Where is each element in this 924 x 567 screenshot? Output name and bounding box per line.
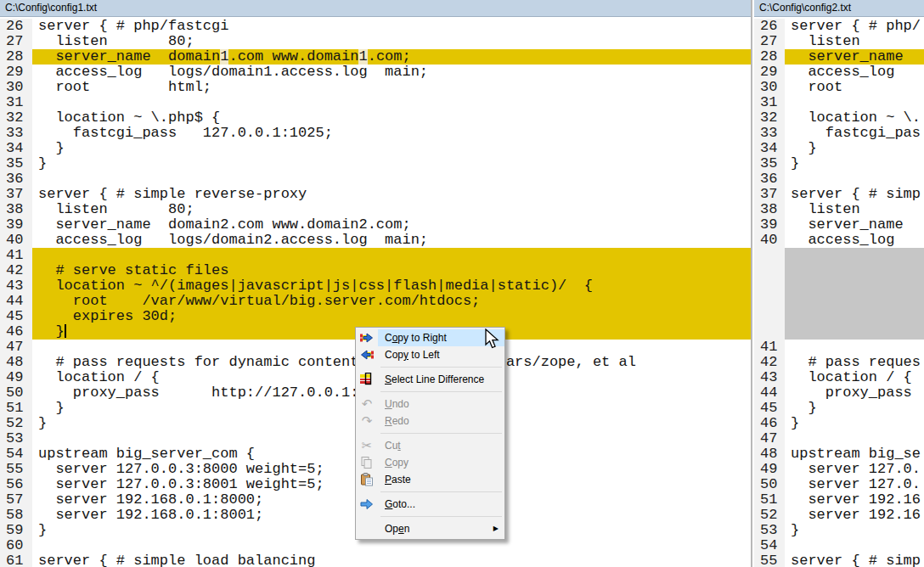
code-line[interactable]: 43 location ~ ^/(images|javascript|js|cs… [0, 278, 751, 294]
code-line[interactable]: 44 proxy_pass [754, 385, 924, 401]
code-text: listen [785, 34, 924, 49]
line-number: 36 [754, 171, 785, 187]
code-text: location ~ ^/(images|javascript|js|css|f… [32, 278, 751, 294]
code-text: listen [785, 202, 924, 217]
code-line[interactable]: 27 listen 80; [0, 34, 751, 49]
code-line[interactable]: 37server { # simple reverse-proxy [0, 187, 751, 202]
code-line[interactable]: 41 [0, 248, 751, 263]
line-number: 35 [0, 156, 32, 171]
code-text: location / { [785, 370, 924, 385]
line-number: 40 [754, 233, 785, 248]
code-line[interactable]: 60 [0, 538, 751, 553]
code-line[interactable]: 49 server 127.0. [754, 462, 924, 477]
menu-item-goto[interactable]: Goto... [356, 496, 504, 513]
line-number: 54 [754, 538, 785, 553]
code-line[interactable]: 30 root [754, 80, 924, 95]
code-text: access_log logs/domain1.access.log main; [32, 65, 751, 80]
line-number: 34 [754, 141, 785, 156]
code-line[interactable]: 29 access_log [754, 65, 924, 80]
code-line[interactable]: 36 [754, 171, 924, 187]
code-line[interactable]: 42 # serve static files [0, 263, 751, 278]
menu-item-paste[interactable]: Paste [356, 471, 504, 488]
code-line[interactable]: 53} [754, 523, 924, 538]
code-text: fastcgi_pass 127.0.0.1:1025; [32, 126, 751, 141]
menu-item-label: Redo [378, 413, 504, 429]
code-text: server 127.0. [785, 462, 924, 477]
code-line[interactable]: 26server { # php/fastcgi [0, 19, 751, 34]
line-number: 26 [754, 19, 785, 34]
code-line[interactable]: 37server { # simp [754, 187, 924, 202]
code-line[interactable]: 35} [754, 156, 924, 171]
code-line[interactable]: 39 server_name domain2.com www.domain2.c… [0, 217, 751, 233]
undo-glyph: ↶ [362, 397, 373, 411]
code-line[interactable]: 35} [0, 156, 751, 171]
menu-item-select-line-difference[interactable]: Select Line Difference [356, 371, 504, 388]
line-number: 44 [0, 294, 32, 309]
code-line[interactable]: 52 server 192.16 [754, 508, 924, 523]
code-line[interactable]: 42 # pass reques [754, 355, 924, 370]
code-line[interactable]: 46} [754, 416, 924, 431]
code-line[interactable]: 34 } [0, 141, 751, 156]
code-line[interactable]: 33 fastcgi_pass 127.0.0.1:1025; [0, 126, 751, 141]
menu-item-open[interactable]: Open▶ [356, 520, 504, 537]
code-line[interactable]: 27 listen [754, 34, 924, 49]
menu-separator [380, 391, 502, 392]
code-line[interactable]: 51 server 192.16 [754, 492, 924, 508]
code-line[interactable]: 38 listen 80; [0, 202, 751, 217]
code-line[interactable]: 47 [754, 431, 924, 446]
line-number: 51 [754, 492, 785, 508]
line-number: 38 [754, 202, 785, 217]
code-line[interactable]: 41 [754, 340, 924, 355]
code-line[interactable]: 26server { # php/ [754, 19, 924, 34]
code-line[interactable]: 43 location / { [754, 370, 924, 385]
code-line[interactable]: 31 [754, 95, 924, 110]
code-line[interactable]: 36 [0, 171, 751, 187]
code-text: server_name [785, 49, 924, 65]
inline-diff: 1 [220, 49, 228, 65]
line-number: 45 [754, 401, 785, 416]
line-number: 42 [0, 263, 32, 278]
line-number: 28 [754, 49, 785, 65]
line-number: 53 [754, 523, 785, 538]
code-line[interactable]: 32 location ~ \.php$ { [0, 110, 751, 126]
menu-item-copy-to-right[interactable]: Copy to Right [356, 329, 504, 346]
code-line[interactable]: 32 location ~ \. [754, 110, 924, 126]
code-line[interactable]: 48upstream big_se [754, 446, 924, 462]
inline-diff: 1 [358, 49, 367, 65]
code-line[interactable]: 29 access_log logs/domain1.access.log ma… [0, 65, 751, 80]
code-line[interactable]: 28 server_name [754, 49, 924, 65]
code-text [32, 248, 751, 263]
code-text: server { # simple reverse-proxy [32, 187, 751, 202]
line-number: 55 [0, 462, 32, 477]
menu-item-label: Select Line Difference [378, 371, 504, 388]
right-code-area[interactable]: 26server { # php/27 listen28 server_name… [754, 17, 924, 567]
code-line[interactable]: 45 expires 30d; [0, 309, 751, 324]
missing-lines-fill [785, 248, 924, 340]
code-line[interactable]: 28 server_name domain1.com www.domain1.c… [0, 49, 751, 65]
code-line[interactable]: 34 } [754, 141, 924, 156]
code-line[interactable]: 61server { # simple load balancing [0, 553, 751, 567]
code-line[interactable]: 55server { # simp [754, 553, 924, 567]
code-line[interactable]: 45 } [754, 401, 924, 416]
redo-glyph: ↷ [362, 414, 373, 428]
code-line[interactable]: 40 access_log logs/domain2.access.log ma… [0, 233, 751, 248]
submenu-arrow-icon: ▶ [493, 520, 499, 537]
menu-item-copy-to-left[interactable]: Copy to Left [356, 346, 504, 363]
code-line[interactable]: 31 [0, 95, 751, 110]
code-line[interactable]: 33 fastcgi_pas [754, 126, 924, 141]
menu-separator [380, 367, 502, 368]
code-line[interactable]: 54 [754, 538, 924, 553]
menu-separator [380, 516, 502, 517]
code-line[interactable]: 30 root html; [0, 80, 751, 95]
code-line[interactable]: 44 root /var/www/virtual/big.server.com/… [0, 294, 751, 309]
missing-lines-block [754, 248, 924, 340]
line-number: 52 [754, 508, 785, 523]
code-line[interactable]: 50 server 127.0. [754, 477, 924, 492]
menu-item-cut: ✂Cut [356, 437, 504, 454]
line-number: 34 [0, 141, 32, 156]
code-line[interactable]: 39 server_name [754, 217, 924, 233]
menu-item-redo: ↷Redo [356, 413, 504, 429]
code-line[interactable]: 38 listen [754, 202, 924, 217]
code-line[interactable]: 40 access_log [754, 233, 924, 248]
line-number: 40 [0, 233, 32, 248]
